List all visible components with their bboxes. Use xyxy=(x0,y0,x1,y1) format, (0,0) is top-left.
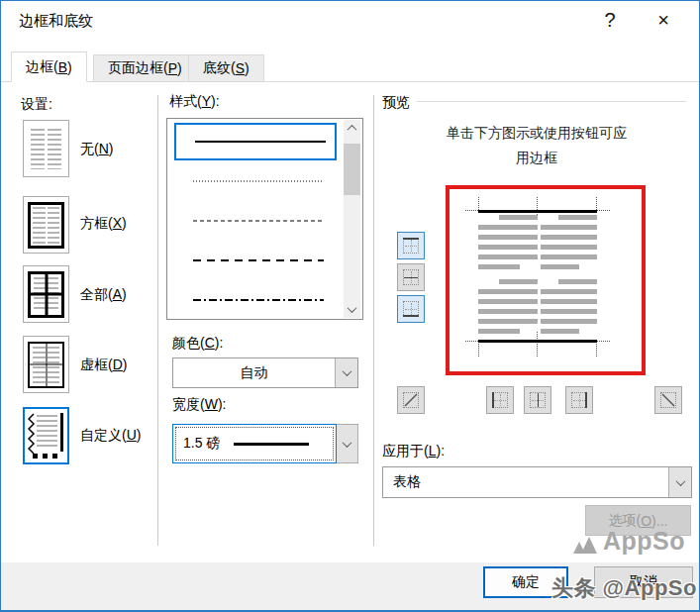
help-icon: ? xyxy=(604,9,615,32)
style-item-dash-small[interactable] xyxy=(174,202,337,240)
tab-shading[interactable]: 底纹(S) xyxy=(188,54,264,82)
preview-text-bar xyxy=(478,235,538,240)
dash-large-line-sample xyxy=(193,259,324,261)
guide-tick xyxy=(537,332,538,339)
appso-watermark: AppSo xyxy=(572,529,685,554)
setting-custom-label: 自定义(U) xyxy=(80,427,141,445)
setting-grid-button[interactable] xyxy=(23,336,69,393)
diagonal-up-icon xyxy=(403,392,419,408)
grid-preview-icon xyxy=(28,342,64,388)
scroll-up-button[interactable] xyxy=(344,120,360,137)
tab-page-border[interactable]: 页面边框(P) xyxy=(93,54,197,82)
dialog-title: 边框和底纹 xyxy=(19,12,93,31)
style-listbox[interactable] xyxy=(166,118,363,320)
setting-grid-label: 虚框(D) xyxy=(80,357,127,374)
preview-bottom-border-line xyxy=(478,340,597,343)
tab-borders[interactable]: 边框(B) xyxy=(11,51,87,82)
preview-text-bar xyxy=(478,245,538,250)
preview-text-bar xyxy=(541,255,597,259)
preview-group-line xyxy=(417,101,686,102)
close-button[interactable]: × xyxy=(647,5,680,35)
guide-tick xyxy=(478,344,479,357)
help-button[interactable]: ? xyxy=(593,5,627,35)
color-label: 颜色(C): xyxy=(172,335,223,353)
dotted-line-sample xyxy=(193,181,324,182)
all-preview-icon xyxy=(28,271,64,318)
left-border-button[interactable] xyxy=(486,386,514,414)
preview-text-bar xyxy=(558,279,597,284)
tab-label: 底纹( xyxy=(203,59,236,77)
setting-all-button[interactable] xyxy=(23,265,69,323)
custom-preview-icon xyxy=(27,412,65,460)
preview-text-bar xyxy=(541,264,579,269)
style-item-solid[interactable] xyxy=(174,123,337,160)
setting-all-label: 全部(A) xyxy=(80,286,127,304)
width-field[interactable]: 1.5 磅 xyxy=(172,424,337,463)
setting-custom-button[interactable] xyxy=(23,407,69,464)
preview-text-bar xyxy=(541,225,597,230)
ok-label: 确定 xyxy=(512,573,540,591)
none-preview-icon xyxy=(28,126,64,172)
bottom-border-button[interactable] xyxy=(397,295,425,323)
setting-none-button[interactable] xyxy=(23,120,69,177)
guide-tick xyxy=(537,197,538,210)
inside-vertical-border-button[interactable] xyxy=(524,386,551,414)
preview-text-bar xyxy=(478,289,538,294)
divider xyxy=(157,95,158,546)
inside-horizontal-border-button[interactable] xyxy=(397,263,425,291)
preview-text-bar xyxy=(499,215,538,220)
box-preview-icon xyxy=(28,202,64,249)
diagonal-down-border-button[interactable] xyxy=(654,386,682,414)
top-border-button[interactable] xyxy=(397,232,425,259)
right-border-icon xyxy=(571,392,587,408)
guide-tick xyxy=(596,197,597,210)
width-label: 宽度(W): xyxy=(172,396,226,414)
diagonal-down-icon xyxy=(660,392,676,408)
preview-text-bar xyxy=(541,235,597,240)
borders-and-shading-dialog: 边框和底纹 ? × 边框(B) 页面边框(P) 底纹(S) 设置: 无(N) 方… xyxy=(0,0,700,612)
title-bar: 边框和底纹 ? × xyxy=(1,1,699,45)
preview-text-bar xyxy=(541,299,597,304)
appso-logo-icon xyxy=(572,530,600,554)
left-border-icon xyxy=(492,392,508,408)
scrollbar-thumb[interactable] xyxy=(344,144,360,195)
bottom-border-icon xyxy=(403,301,419,317)
width-dropdown-button[interactable] xyxy=(337,424,358,463)
tab-label: 页面边框( xyxy=(108,59,168,77)
chevron-down-icon xyxy=(343,438,352,448)
red-annotation-box xyxy=(446,185,646,375)
color-dropdown-button[interactable] xyxy=(335,358,357,387)
preview-group-label: 预览 xyxy=(382,94,410,112)
chevron-up-icon xyxy=(348,125,357,135)
tab-label: ) xyxy=(245,60,250,76)
style-item-dotted[interactable] xyxy=(174,162,337,200)
inside-vertical-border-icon xyxy=(530,392,546,408)
apply-to-dropdown-button[interactable] xyxy=(668,467,691,497)
style-item-dash-large[interactable] xyxy=(174,242,337,279)
preview-text-bar xyxy=(478,329,520,334)
style-scrollbar[interactable] xyxy=(344,120,360,318)
color-combobox[interactable]: 自动 xyxy=(172,357,358,388)
instruction-line2: 用边框 xyxy=(516,150,557,165)
preview-text-bar xyxy=(478,264,520,269)
top-border-icon xyxy=(403,238,419,254)
apply-to-value: 表格 xyxy=(383,473,668,491)
guide-tick xyxy=(597,341,610,342)
solid-line-sample xyxy=(195,141,326,143)
width-value: 1.5 磅 xyxy=(183,435,220,453)
setting-box-button[interactable] xyxy=(23,196,69,254)
diagonal-up-border-button[interactable] xyxy=(397,386,425,414)
preview-text-bar xyxy=(478,299,538,304)
preview-text-bar xyxy=(541,245,597,250)
right-border-button[interactable] xyxy=(565,386,593,414)
width-combobox[interactable]: 1.5 磅 xyxy=(172,424,358,463)
scroll-down-button[interactable] xyxy=(344,301,360,318)
tab-label: ) xyxy=(67,59,72,75)
preview-diagram[interactable] xyxy=(446,185,646,375)
style-item-dash-dot[interactable] xyxy=(174,281,337,319)
preview-text-bar xyxy=(558,215,597,220)
chevron-down-icon xyxy=(342,366,351,376)
tab-mnemonic: S xyxy=(236,60,245,76)
apply-to-combobox[interactable]: 表格 xyxy=(382,466,692,498)
style-label: 样式(Y): xyxy=(169,93,220,111)
